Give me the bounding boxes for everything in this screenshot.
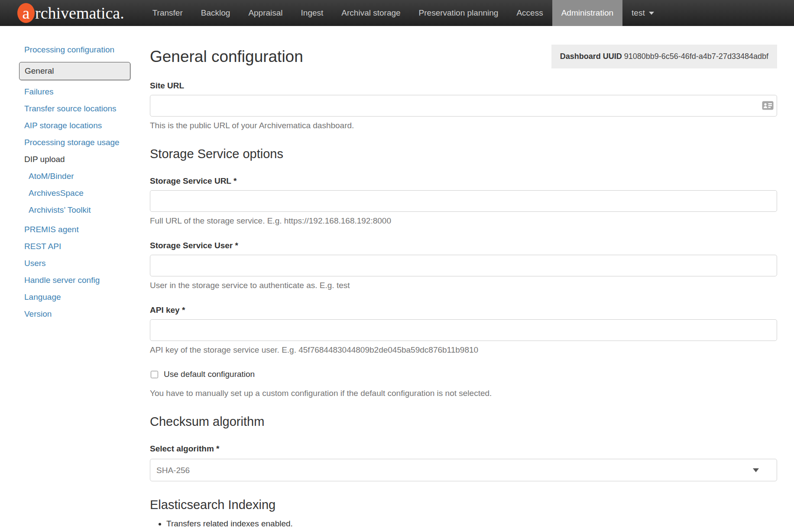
- sidebar-link-premis-agent[interactable]: PREMIS agent: [24, 225, 79, 234]
- sidebar-link-failures[interactable]: Failures: [24, 87, 54, 96]
- sidebar-item-aip-storage-locations: AIP storage locations: [24, 121, 130, 130]
- dashboard-uuid-box: Dashboard UUID 91080bb9-6c56-46fd-a4b7-2…: [551, 45, 777, 68]
- use-default-configuration-label: Use default configuration: [164, 370, 255, 379]
- sidebar-item-archivesspace: ArchivesSpace: [24, 188, 130, 198]
- sidebar-link-users[interactable]: Users: [24, 259, 46, 268]
- caret-down-icon: [649, 12, 654, 15]
- sidebar-link-archivesspace[interactable]: ArchivesSpace: [29, 188, 84, 198]
- sidebar-link-transfer-source-locations[interactable]: Transfer source locations: [24, 104, 117, 113]
- nav-item-transfer[interactable]: Transfer: [143, 0, 192, 26]
- sidebar-link-processing-storage-usage[interactable]: Processing storage usage: [24, 138, 120, 147]
- top-navbar: archivematica. Transfer Backlog Appraisa…: [0, 0, 794, 26]
- sidebar-item-processing-storage-usage: Processing storage usage: [24, 138, 130, 147]
- sidebar-item-handle-server-config: Handle server config: [24, 276, 130, 285]
- contact-card-icon[interactable]: [762, 101, 774, 110]
- storage-service-url-label: Storage Service URL *: [150, 176, 777, 186]
- api-key-wrap: [150, 319, 777, 341]
- main-content: Dashboard UUID 91080bb9-6c56-46fd-a4b7-2…: [130, 26, 794, 532]
- elasticsearch-status-list: Transfers related indexes enabled. AIPs …: [150, 519, 777, 532]
- sidebar-item-users: Users: [24, 259, 130, 268]
- nav-item-appraisal[interactable]: Appraisal: [239, 0, 292, 26]
- site-url-input[interactable]: [150, 95, 777, 117]
- user-menu[interactable]: test: [622, 0, 663, 26]
- elasticsearch-status-item: Transfers related indexes enabled.: [166, 519, 777, 529]
- storage-service-user-wrap: [150, 255, 777, 276]
- sidebar-item-general-active[interactable]: General: [19, 62, 130, 80]
- algorithm-select[interactable]: SHA-256: [150, 459, 777, 481]
- storage-service-url-wrap: [150, 190, 777, 212]
- sidebar-link-aip-storage-locations[interactable]: AIP storage locations: [24, 121, 102, 130]
- user-menu-label: test: [632, 8, 645, 18]
- api-key-help: API key of the storage service user. E.g…: [150, 345, 777, 355]
- sidebar-item-atom-binder: AtoM/Binder: [24, 172, 130, 181]
- nav-item-backlog[interactable]: Backlog: [192, 0, 240, 26]
- page-body: Processing configuration General Failure…: [0, 26, 794, 532]
- site-url-label: Site URL: [150, 81, 777, 91]
- api-key-input[interactable]: [150, 319, 777, 341]
- sidebar-item-processing-configuration: Processing configuration: [24, 45, 130, 55]
- site-url-help: This is the public URL of your Archivema…: [150, 121, 777, 130]
- select-algorithm-label: Select algorithm *: [150, 444, 777, 454]
- sidebar-link-archivists-toolkit[interactable]: Archivists’ Toolkit: [29, 205, 91, 214]
- nav-item-access[interactable]: Access: [507, 0, 552, 26]
- default-configuration-row: Use default configuration: [150, 370, 777, 379]
- nav-item-administration[interactable]: Administration: [552, 0, 622, 26]
- brand-text: rchivematica.: [35, 3, 124, 23]
- algorithm-select-wrap: SHA-256: [150, 459, 777, 481]
- site-url-input-wrap: [150, 95, 777, 117]
- sidebar-link-version[interactable]: Version: [24, 309, 52, 318]
- api-key-label: API key *: [150, 305, 777, 315]
- nav-item-ingest[interactable]: Ingest: [292, 0, 333, 26]
- sidebar-item-transfer-source-locations: Transfer source locations: [24, 104, 130, 114]
- sidebar-link-atom-binder[interactable]: AtoM/Binder: [29, 172, 74, 181]
- storage-service-user-help: User in the storage service to authentic…: [150, 281, 777, 290]
- elasticsearch-section-title: Elasticsearch Indexing: [150, 498, 777, 512]
- main-nav: Transfer Backlog Appraisal Ingest Archiv…: [143, 0, 663, 26]
- sidebar-item-rest-api: REST API: [24, 242, 130, 251]
- sidebar-item-failures: Failures: [24, 87, 130, 97]
- storage-service-url-input[interactable]: [150, 190, 777, 212]
- storage-service-user-label: Storage Service User *: [150, 241, 777, 250]
- storage-service-user-input[interactable]: [150, 255, 777, 276]
- sidebar-header-dip-upload: DIP upload: [24, 155, 130, 164]
- sidebar-link-rest-api[interactable]: REST API: [24, 242, 61, 251]
- sidebar-link-processing-configuration[interactable]: Processing configuration: [24, 45, 114, 54]
- admin-sidebar: Processing configuration General Failure…: [0, 26, 130, 532]
- sidebar-item-version: Version: [24, 309, 130, 319]
- sidebar-item-premis-agent: PREMIS agent: [24, 225, 130, 234]
- nav-item-preservation-planning[interactable]: Preservation planning: [410, 0, 508, 26]
- default-configuration-note: You have to manually set up a custom con…: [150, 389, 777, 398]
- logo-a-icon: a: [17, 3, 35, 23]
- nav-item-archival-storage[interactable]: Archival storage: [332, 0, 409, 26]
- sidebar-link-handle-server-config[interactable]: Handle server config: [24, 276, 100, 285]
- sidebar-item-language: Language: [24, 292, 130, 302]
- dashboard-uuid-value: 91080bb9-6c56-46fd-a4b7-27d33484adbf: [624, 52, 768, 61]
- use-default-configuration-checkbox[interactable]: [151, 371, 158, 378]
- archivematica-logo[interactable]: archivematica.: [17, 3, 124, 23]
- dashboard-uuid-label: Dashboard UUID: [560, 52, 622, 61]
- sidebar-link-language[interactable]: Language: [24, 292, 61, 302]
- sidebar-item-archivists-toolkit: Archivists’ Toolkit: [24, 205, 130, 215]
- storage-service-section-title: Storage Service options: [150, 147, 777, 161]
- storage-service-url-help: Full URL of the storage service. E.g. ht…: [150, 216, 777, 226]
- checksum-section-title: Checksum algorithm: [150, 415, 777, 429]
